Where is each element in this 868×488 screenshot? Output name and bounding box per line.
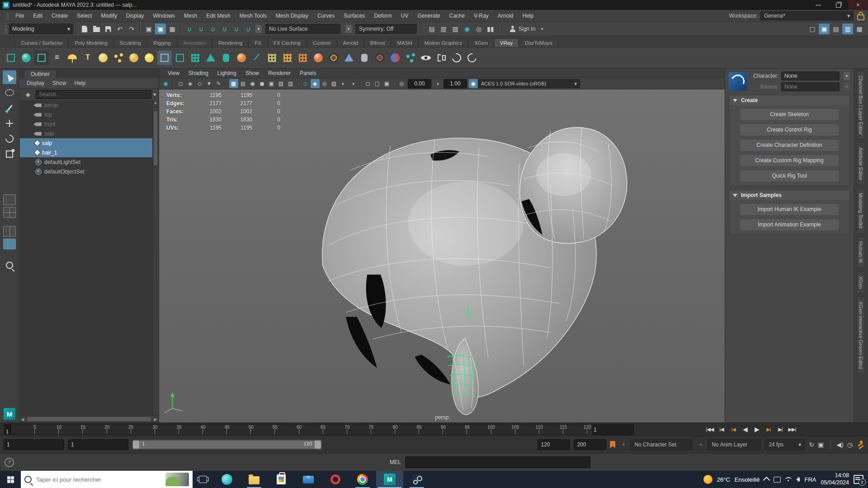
menu-surfaces[interactable]: Surfaces (339, 13, 369, 19)
mail-app[interactable] (295, 471, 322, 488)
menu-select[interactable]: Select (72, 13, 96, 19)
workspace-dropdown[interactable]: General*▾ (760, 11, 854, 20)
shelf-tab-bifrost[interactable]: Bifrost (364, 38, 391, 47)
outliner-item-front[interactable]: front (20, 119, 158, 129)
language-indicator[interactable]: FRA (804, 476, 816, 483)
sign-in-control[interactable]: Sign In ▾ (509, 25, 545, 33)
playblast-icon[interactable]: ▣ (818, 441, 824, 448)
snap-to-projected-center-icon[interactable] (219, 23, 230, 34)
taskbar-search-input[interactable] (35, 476, 162, 483)
lock-camera-icon[interactable] (186, 79, 195, 88)
toggle-channel-box-icon[interactable] (854, 23, 865, 34)
colorspace-dropdown[interactable]: ACES 1.0 SDR-video (sRGB)▾ (478, 79, 580, 88)
loop-playback-icon[interactable]: ↻ (809, 441, 814, 448)
range-start-handle[interactable] (133, 441, 139, 449)
outliner-item-persp[interactable]: persp (20, 100, 158, 110)
menu-mesh-tools[interactable]: Mesh Tools (235, 13, 271, 19)
current-frame-marker[interactable]: 1 (4, 424, 11, 434)
flower-icon[interactable] (127, 51, 141, 65)
taskbar-search[interactable] (21, 471, 193, 488)
outliner-filter-icon[interactable] (23, 89, 33, 100)
chevron-down-icon[interactable]: ▾ (153, 91, 156, 98)
shelf-tab-daztomaya[interactable]: DazToMaya (519, 38, 558, 47)
render-sequence-button[interactable] (450, 23, 461, 34)
color-management-icon[interactable] (469, 79, 478, 88)
poly-grid-icon[interactable] (188, 51, 203, 65)
menu-curves[interactable]: Curves (313, 13, 339, 19)
clock[interactable]: 14:08 05/04/2024 (821, 472, 849, 486)
menu-display[interactable]: Display (122, 13, 148, 19)
current-frame-field[interactable] (592, 424, 634, 435)
range-track[interactable] (133, 441, 321, 449)
shelf-tab-rigging[interactable]: Rigging (147, 38, 177, 47)
viewport-menu-renderer[interactable]: Renderer (264, 70, 295, 76)
outliner-item-side[interactable]: side (20, 129, 158, 138)
volume-icon[interactable] (796, 477, 800, 482)
xray-icon[interactable] (320, 79, 329, 88)
poly-cube-icon[interactable] (173, 51, 187, 65)
chrome-app[interactable] (349, 471, 376, 488)
layout-two-pane-button[interactable] (3, 226, 16, 237)
shelf-tab-poly-modeling[interactable]: Poly Modeling (69, 38, 113, 47)
weather-sun-icon[interactable] (703, 475, 712, 484)
notes-icon[interactable] (50, 51, 64, 65)
tablet-icon[interactable] (774, 477, 781, 483)
import-animation-example-button[interactable]: Import Animation Example (740, 219, 839, 231)
scroll-left-icon[interactable]: ◀ (19, 417, 26, 422)
exposure-field[interactable] (408, 79, 431, 89)
make-live-icon[interactable] (243, 23, 254, 34)
viewport-menu-show[interactable]: Show (241, 70, 263, 76)
lasso-tool[interactable] (3, 86, 16, 99)
viewport-canvas[interactable]: Verts:119511950 Edges:217721770 Faces:10… (159, 89, 725, 422)
time-ruler[interactable]: 1 5 10 15 20 25 30 35 40 45 50 55 60 65 … (4, 424, 588, 435)
minimize-button[interactable]: — (808, 0, 828, 10)
select-camera-icon[interactable] (176, 79, 185, 88)
chevron-down-icon[interactable]: ▿ (620, 441, 627, 449)
step-forward-frame-button[interactable]: ▶| (775, 424, 786, 434)
scroll-right-icon[interactable]: ▶ (152, 417, 159, 422)
create-bookmark-icon[interactable] (610, 441, 615, 448)
outliner-item-defaultlightset[interactable]: defaultLightSet (20, 157, 158, 167)
menu-cache[interactable]: Cache (444, 13, 469, 19)
save-scene-button[interactable] (103, 23, 113, 34)
anim-layer-dropdown[interactable]: No Anim Layer (708, 439, 761, 450)
chevron-down-icon[interactable]: ▾ (255, 25, 262, 33)
shelf-tab-motion-graphics[interactable]: Motion Graphics (419, 38, 468, 47)
viewport-menu-shading[interactable]: Shading (184, 70, 212, 76)
orange-grid-icon[interactable] (280, 51, 295, 65)
shelf-tab-xgen[interactable]: XGen (468, 38, 493, 47)
shelf-tab-sculpting[interactable]: Sculpting (114, 38, 147, 47)
shadows-icon[interactable] (267, 79, 276, 88)
select-component-mode-button[interactable] (167, 23, 178, 34)
tab-xgen[interactable]: XGen (857, 271, 865, 294)
animation-start-field[interactable] (4, 439, 64, 450)
snap-to-point-icon[interactable] (208, 23, 218, 34)
start-button[interactable] (0, 471, 21, 488)
menu-set-dropdown[interactable]: Modeling▾ (9, 23, 73, 34)
menu-mesh[interactable]: Mesh (179, 13, 202, 19)
wireframe-mode-icon[interactable] (229, 79, 238, 88)
menu-uv[interactable]: UV (396, 13, 413, 19)
help-line-icon[interactable]: ? (5, 458, 14, 467)
step-back-frame-button[interactable]: |◀ (716, 424, 727, 434)
play-backwards-button[interactable]: ◀ (740, 424, 750, 434)
go-to-end-button[interactable]: ▶▶| (787, 424, 797, 434)
redo-button[interactable] (126, 23, 137, 34)
outliner-horizontal-scrollbar[interactable]: ◀ ▶ (19, 415, 159, 422)
sync-clock-icon[interactable]: ◷ (847, 441, 853, 448)
chevron-down-icon[interactable]: ▾ (345, 25, 352, 33)
fps-dropdown[interactable]: 24 fps▾ (764, 439, 805, 450)
menu-create[interactable]: Create (47, 13, 72, 19)
vray-camera-icon[interactable] (34, 51, 49, 65)
ipr-render-button[interactable] (473, 23, 484, 34)
hypershade-button[interactable] (438, 23, 449, 34)
textured-mode-icon[interactable] (248, 79, 257, 88)
menu-vray[interactable]: V-Ray (469, 13, 493, 19)
scroll-up-icon[interactable]: ▲ (152, 100, 158, 105)
shadows-toggle-icon[interactable] (349, 79, 358, 88)
microsoft-store-app[interactable] (268, 471, 295, 488)
scale-tool[interactable] (3, 147, 16, 161)
ambient-occlusion-icon[interactable] (277, 79, 286, 88)
task-view-button[interactable] (193, 471, 213, 488)
edge-app[interactable] (213, 471, 241, 488)
